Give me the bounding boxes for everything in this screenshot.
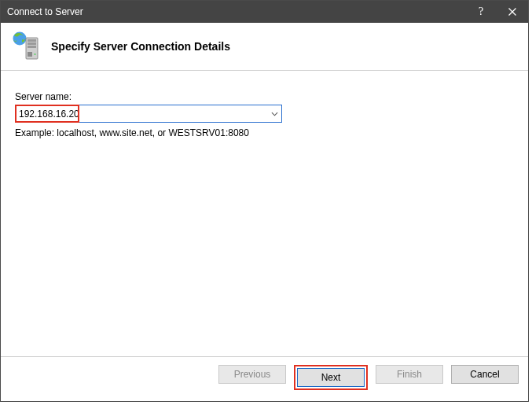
wizard-content: Server name: Example: localhost, www.sit… (1, 71, 528, 356)
svg-rect-7 (28, 52, 32, 57)
server-name-combo[interactable] (15, 105, 282, 123)
connect-to-server-dialog: Connect to Server ? (0, 0, 529, 402)
svg-point-8 (34, 53, 35, 55)
wizard-header: Specify Server Connection Details (1, 23, 528, 71)
close-icon (508, 8, 516, 16)
server-name-dropdown-button[interactable] (267, 105, 281, 122)
server-name-input[interactable] (16, 105, 267, 122)
chevron-down-icon (271, 112, 278, 116)
finish-button: Finish (376, 365, 443, 384)
previous-button: Previous (218, 365, 286, 384)
titlebar-buttons: ? (465, 1, 528, 23)
help-icon: ? (479, 6, 483, 18)
svg-rect-4 (28, 39, 36, 42)
server-name-label: Server name: (15, 91, 514, 102)
wizard-heading: Specify Server Connection Details (51, 40, 230, 53)
server-icon (10, 31, 42, 62)
svg-rect-5 (28, 42, 36, 45)
server-name-example: Example: localhost, www.site.net, or WES… (15, 127, 514, 138)
close-button[interactable] (497, 1, 528, 23)
highlight-annotation: Next (294, 365, 368, 390)
help-button[interactable]: ? (465, 1, 497, 23)
window-title: Connect to Server (1, 6, 465, 17)
cancel-button[interactable]: Cancel (451, 365, 519, 384)
titlebar: Connect to Server ? (1, 1, 528, 23)
wizard-footer: Previous Next Finish Cancel (1, 356, 528, 401)
next-button[interactable]: Next (297, 368, 365, 387)
svg-rect-6 (28, 46, 36, 48)
